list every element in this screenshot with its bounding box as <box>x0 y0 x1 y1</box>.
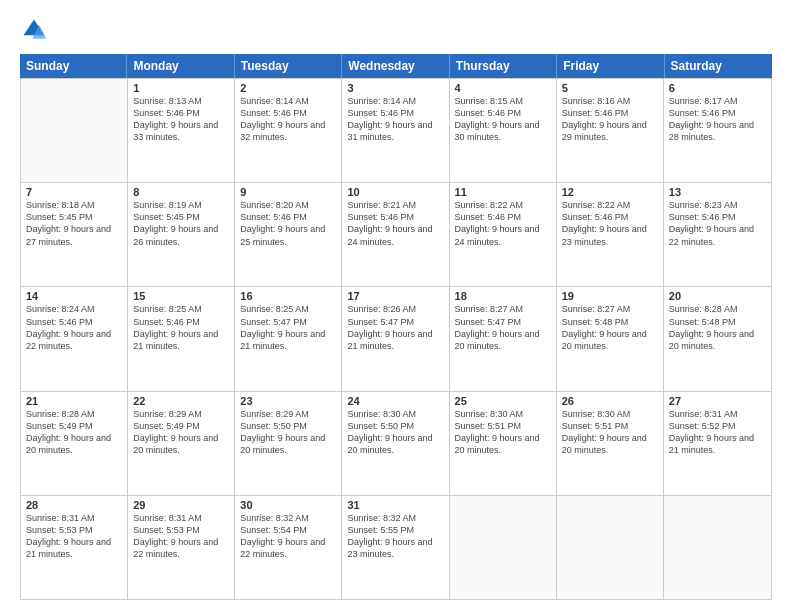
calendar-cell: 7Sunrise: 8:18 AMSunset: 5:45 PMDaylight… <box>21 183 128 286</box>
day-info: Sunrise: 8:15 AMSunset: 5:46 PMDaylight:… <box>455 95 551 144</box>
calendar-cell: 21Sunrise: 8:28 AMSunset: 5:49 PMDayligh… <box>21 392 128 495</box>
day-info: Sunrise: 8:21 AMSunset: 5:46 PMDaylight:… <box>347 199 443 248</box>
weekday-header: Wednesday <box>342 54 449 78</box>
day-number: 14 <box>26 290 122 302</box>
weekday-header: Sunday <box>20 54 127 78</box>
weekday-header: Monday <box>127 54 234 78</box>
calendar-cell: 8Sunrise: 8:19 AMSunset: 5:45 PMDaylight… <box>128 183 235 286</box>
day-number: 29 <box>133 499 229 511</box>
calendar-header: SundayMondayTuesdayWednesdayThursdayFrid… <box>20 54 772 78</box>
day-info: Sunrise: 8:30 AMSunset: 5:51 PMDaylight:… <box>455 408 551 457</box>
day-info: Sunrise: 8:29 AMSunset: 5:49 PMDaylight:… <box>133 408 229 457</box>
day-info: Sunrise: 8:29 AMSunset: 5:50 PMDaylight:… <box>240 408 336 457</box>
day-info: Sunrise: 8:31 AMSunset: 5:53 PMDaylight:… <box>133 512 229 561</box>
calendar-cell: 13Sunrise: 8:23 AMSunset: 5:46 PMDayligh… <box>664 183 771 286</box>
day-number: 30 <box>240 499 336 511</box>
day-info: Sunrise: 8:27 AMSunset: 5:47 PMDaylight:… <box>455 303 551 352</box>
day-info: Sunrise: 8:14 AMSunset: 5:46 PMDaylight:… <box>240 95 336 144</box>
calendar-cell: 15Sunrise: 8:25 AMSunset: 5:46 PMDayligh… <box>128 287 235 390</box>
calendar-row: 1Sunrise: 8:13 AMSunset: 5:46 PMDaylight… <box>21 78 771 182</box>
calendar: SundayMondayTuesdayWednesdayThursdayFrid… <box>20 54 772 600</box>
weekday-header: Tuesday <box>235 54 342 78</box>
day-number: 16 <box>240 290 336 302</box>
day-number: 23 <box>240 395 336 407</box>
day-number: 19 <box>562 290 658 302</box>
day-info: Sunrise: 8:22 AMSunset: 5:46 PMDaylight:… <box>455 199 551 248</box>
calendar-cell: 31Sunrise: 8:32 AMSunset: 5:55 PMDayligh… <box>342 496 449 599</box>
weekday-header: Thursday <box>450 54 557 78</box>
calendar-cell: 1Sunrise: 8:13 AMSunset: 5:46 PMDaylight… <box>128 79 235 182</box>
calendar-cell: 2Sunrise: 8:14 AMSunset: 5:46 PMDaylight… <box>235 79 342 182</box>
day-info: Sunrise: 8:22 AMSunset: 5:46 PMDaylight:… <box>562 199 658 248</box>
day-info: Sunrise: 8:25 AMSunset: 5:46 PMDaylight:… <box>133 303 229 352</box>
day-number: 10 <box>347 186 443 198</box>
calendar-cell: 10Sunrise: 8:21 AMSunset: 5:46 PMDayligh… <box>342 183 449 286</box>
day-info: Sunrise: 8:14 AMSunset: 5:46 PMDaylight:… <box>347 95 443 144</box>
day-number: 1 <box>133 82 229 94</box>
calendar-row: 7Sunrise: 8:18 AMSunset: 5:45 PMDaylight… <box>21 182 771 286</box>
day-number: 9 <box>240 186 336 198</box>
calendar-cell <box>557 496 664 599</box>
calendar-cell: 14Sunrise: 8:24 AMSunset: 5:46 PMDayligh… <box>21 287 128 390</box>
weekday-header: Saturday <box>665 54 772 78</box>
page: SundayMondayTuesdayWednesdayThursdayFrid… <box>0 0 792 612</box>
day-info: Sunrise: 8:27 AMSunset: 5:48 PMDaylight:… <box>562 303 658 352</box>
logo-icon <box>20 16 48 44</box>
day-number: 20 <box>669 290 766 302</box>
day-number: 27 <box>669 395 766 407</box>
calendar-cell: 12Sunrise: 8:22 AMSunset: 5:46 PMDayligh… <box>557 183 664 286</box>
calendar-cell: 29Sunrise: 8:31 AMSunset: 5:53 PMDayligh… <box>128 496 235 599</box>
calendar-cell: 18Sunrise: 8:27 AMSunset: 5:47 PMDayligh… <box>450 287 557 390</box>
calendar-cell: 16Sunrise: 8:25 AMSunset: 5:47 PMDayligh… <box>235 287 342 390</box>
calendar-cell: 19Sunrise: 8:27 AMSunset: 5:48 PMDayligh… <box>557 287 664 390</box>
day-info: Sunrise: 8:24 AMSunset: 5:46 PMDaylight:… <box>26 303 122 352</box>
day-number: 11 <box>455 186 551 198</box>
calendar-cell: 17Sunrise: 8:26 AMSunset: 5:47 PMDayligh… <box>342 287 449 390</box>
calendar-cell: 3Sunrise: 8:14 AMSunset: 5:46 PMDaylight… <box>342 79 449 182</box>
calendar-cell <box>664 496 771 599</box>
day-number: 26 <box>562 395 658 407</box>
logo <box>20 16 52 44</box>
day-number: 21 <box>26 395 122 407</box>
day-info: Sunrise: 8:30 AMSunset: 5:51 PMDaylight:… <box>562 408 658 457</box>
weekday-header: Friday <box>557 54 664 78</box>
day-number: 17 <box>347 290 443 302</box>
day-number: 8 <box>133 186 229 198</box>
calendar-cell: 6Sunrise: 8:17 AMSunset: 5:46 PMDaylight… <box>664 79 771 182</box>
day-info: Sunrise: 8:17 AMSunset: 5:46 PMDaylight:… <box>669 95 766 144</box>
calendar-cell: 11Sunrise: 8:22 AMSunset: 5:46 PMDayligh… <box>450 183 557 286</box>
calendar-cell: 27Sunrise: 8:31 AMSunset: 5:52 PMDayligh… <box>664 392 771 495</box>
calendar-cell: 26Sunrise: 8:30 AMSunset: 5:51 PMDayligh… <box>557 392 664 495</box>
calendar-cell: 23Sunrise: 8:29 AMSunset: 5:50 PMDayligh… <box>235 392 342 495</box>
day-number: 24 <box>347 395 443 407</box>
day-number: 25 <box>455 395 551 407</box>
calendar-cell: 9Sunrise: 8:20 AMSunset: 5:46 PMDaylight… <box>235 183 342 286</box>
day-number: 13 <box>669 186 766 198</box>
calendar-cell: 30Sunrise: 8:32 AMSunset: 5:54 PMDayligh… <box>235 496 342 599</box>
day-number: 18 <box>455 290 551 302</box>
calendar-cell: 24Sunrise: 8:30 AMSunset: 5:50 PMDayligh… <box>342 392 449 495</box>
day-info: Sunrise: 8:26 AMSunset: 5:47 PMDaylight:… <box>347 303 443 352</box>
day-number: 15 <box>133 290 229 302</box>
calendar-body: 1Sunrise: 8:13 AMSunset: 5:46 PMDaylight… <box>20 78 772 600</box>
day-info: Sunrise: 8:23 AMSunset: 5:46 PMDaylight:… <box>669 199 766 248</box>
day-info: Sunrise: 8:31 AMSunset: 5:53 PMDaylight:… <box>26 512 122 561</box>
day-number: 5 <box>562 82 658 94</box>
day-number: 4 <box>455 82 551 94</box>
day-number: 7 <box>26 186 122 198</box>
calendar-row: 14Sunrise: 8:24 AMSunset: 5:46 PMDayligh… <box>21 286 771 390</box>
day-info: Sunrise: 8:16 AMSunset: 5:46 PMDaylight:… <box>562 95 658 144</box>
calendar-cell <box>21 79 128 182</box>
calendar-cell: 20Sunrise: 8:28 AMSunset: 5:48 PMDayligh… <box>664 287 771 390</box>
calendar-row: 21Sunrise: 8:28 AMSunset: 5:49 PMDayligh… <box>21 391 771 495</box>
day-number: 31 <box>347 499 443 511</box>
day-number: 12 <box>562 186 658 198</box>
header <box>20 16 772 44</box>
day-number: 22 <box>133 395 229 407</box>
day-info: Sunrise: 8:28 AMSunset: 5:48 PMDaylight:… <box>669 303 766 352</box>
day-info: Sunrise: 8:32 AMSunset: 5:54 PMDaylight:… <box>240 512 336 561</box>
day-info: Sunrise: 8:32 AMSunset: 5:55 PMDaylight:… <box>347 512 443 561</box>
day-info: Sunrise: 8:18 AMSunset: 5:45 PMDaylight:… <box>26 199 122 248</box>
day-info: Sunrise: 8:20 AMSunset: 5:46 PMDaylight:… <box>240 199 336 248</box>
day-info: Sunrise: 8:19 AMSunset: 5:45 PMDaylight:… <box>133 199 229 248</box>
